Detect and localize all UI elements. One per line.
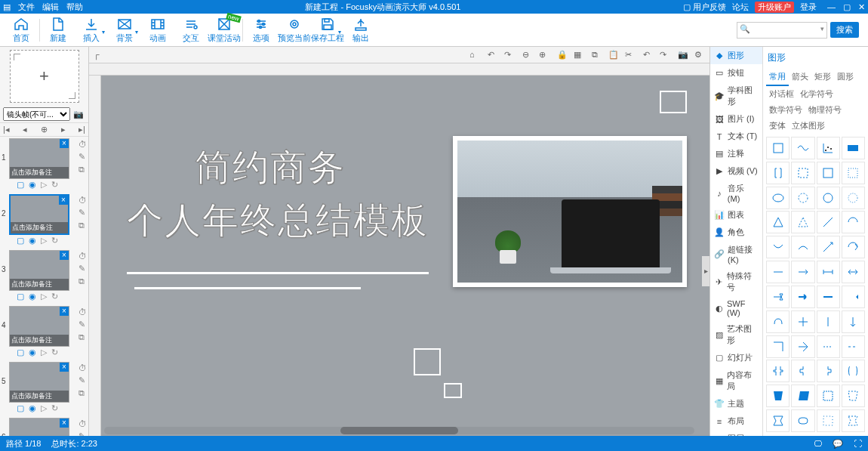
shape-cell[interactable] — [791, 310, 814, 333]
shape-tab[interactable]: 矩形 — [811, 69, 834, 86]
rotate-left-icon[interactable]: ↶ — [488, 50, 498, 60]
slide-anim-icon[interactable]: ◉ — [29, 403, 36, 413]
shape-cell[interactable] — [791, 261, 814, 283]
slide-thumbnail[interactable]: 2×点击添加备注▢◉▷↻⏱✎⧉ — [0, 193, 88, 249]
insert-item-symbol[interactable]: ✈特殊符号 — [710, 267, 762, 296]
login-link[interactable]: 登录 — [800, 2, 817, 13]
add-slide-button[interactable]: + — [10, 50, 79, 103]
slide-close-icon[interactable]: × — [60, 363, 69, 372]
slide-dup-icon[interactable]: ⧉ — [78, 388, 87, 398]
copy-icon[interactable]: ⧉ — [592, 50, 602, 60]
shape-cell[interactable] — [791, 409, 814, 432]
insert-item-slide[interactable]: ▢幻灯片 — [710, 349, 762, 366]
menu-edit[interactable]: 编辑 — [42, 2, 59, 13]
slide-anim-icon[interactable]: ◉ — [29, 348, 36, 357]
upgrade-button[interactable]: 升级账户 — [755, 2, 794, 13]
insert-item-video[interactable]: ▶视频 (V) — [710, 162, 762, 180]
status-display-icon[interactable]: 🖵 — [814, 439, 822, 448]
insert-item-text[interactable]: T文本 (T) — [710, 128, 762, 145]
shape-cell[interactable] — [766, 335, 790, 358]
slide-timer-icon[interactable]: ⏱ — [78, 252, 87, 261]
shape-cell[interactable] — [817, 211, 840, 233]
slide-play-icon[interactable]: ▢ — [17, 403, 24, 413]
status-comment-icon[interactable]: 💬 — [833, 439, 843, 449]
insert-item-artshape[interactable]: ▨艺术图形 — [710, 320, 762, 349]
shape-cell[interactable] — [842, 409, 865, 432]
undo-icon[interactable]: ↶ — [643, 50, 654, 60]
slide-play-icon[interactable]: ▢ — [17, 348, 24, 357]
shape-cell[interactable] — [791, 236, 814, 258]
shape-cell[interactable] — [842, 162, 865, 184]
slide-thumbnail[interactable]: 1×点击添加备注▢◉▷↻⏱✎⧉ — [0, 137, 88, 193]
slide-timer-icon[interactable]: ⏱ — [78, 196, 87, 205]
slide-more-icon[interactable]: ↻ — [51, 348, 58, 357]
forum-link[interactable]: 论坛 — [732, 2, 749, 13]
shape-cell[interactable] — [766, 211, 790, 233]
slide-thumbnail[interactable]: 6×▢◉▷↻⏱✎⧉ — [0, 416, 88, 436]
search-dropdown-icon[interactable]: ▾ — [820, 25, 824, 32]
redo-icon[interactable]: ↷ — [660, 50, 670, 60]
shape-cell[interactable] — [817, 385, 840, 407]
shape-cell[interactable] — [842, 137, 865, 159]
slide-close-icon[interactable]: × — [59, 196, 68, 205]
slide-dup-icon[interactable]: ⧉ — [78, 221, 87, 230]
slide-timer-icon[interactable]: ⏱ — [78, 419, 87, 428]
slide-more-icon[interactable]: ↻ — [51, 403, 58, 413]
insert-item-image[interactable]: 🖼图片 (I) — [710, 110, 762, 128]
slide-close-icon[interactable]: × — [60, 307, 69, 316]
shape-cell[interactable] — [842, 187, 865, 209]
canvas-title-1[interactable]: 简约商务 — [195, 144, 346, 192]
shape-cell[interactable] — [817, 137, 840, 159]
slide-timer-icon[interactable]: ⏱ — [78, 140, 87, 149]
close-icon[interactable]: ✕ — [858, 2, 865, 12]
shape-tab[interactable]: 箭头 — [789, 69, 811, 86]
shape-cell[interactable] — [817, 286, 840, 308]
slide-close-icon[interactable]: × — [60, 251, 69, 260]
toolbar-interact-button[interactable]: 交互 — [174, 14, 208, 46]
toolbar-bg-button[interactable]: 背景▾ — [108, 14, 141, 46]
minimize-icon[interactable]: — — [827, 2, 836, 12]
insert-item-swf[interactable]: ◐SWF (W) — [710, 296, 762, 320]
nav-last-icon[interactable]: ▸| — [78, 125, 85, 134]
slide-play-icon[interactable]: ▢ — [17, 292, 24, 301]
shape-cell[interactable] — [791, 137, 814, 159]
rotate-right-icon[interactable]: ↷ — [504, 50, 515, 60]
shape-tab[interactable]: 化学符号 — [797, 86, 836, 102]
shape-cell[interactable] — [842, 211, 865, 233]
shape-cell[interactable] — [817, 236, 840, 258]
shape-cell[interactable] — [817, 335, 840, 358]
horizontal-scrollbar[interactable] — [104, 427, 694, 434]
toolbar-new-button[interactable]: 新建 — [42, 14, 75, 46]
shape-cell[interactable] — [766, 162, 790, 184]
slide-anim-icon[interactable]: ◉ — [29, 180, 36, 190]
insert-item-theme[interactable]: 👕主题 — [710, 395, 762, 412]
slide-edit-icon[interactable]: ✎ — [78, 375, 87, 385]
snapshot-icon[interactable]: 📷 — [678, 50, 688, 60]
zoom-in-icon[interactable]: ⊕ — [539, 50, 549, 60]
search-input[interactable] — [737, 22, 827, 39]
shape-tab[interactable]: 物理符号 — [805, 102, 845, 118]
feedback-link[interactable]: ▢ 用户反馈 — [683, 2, 726, 13]
slide-play-icon[interactable]: ▢ — [17, 180, 24, 190]
grid-icon[interactable]: ▦ — [574, 50, 584, 60]
toolbar-preview-button[interactable]: 预览当前 — [278, 14, 311, 46]
shape-tab[interactable]: 常用 — [766, 69, 789, 86]
ruler-toggle-icon[interactable]: ┌ — [94, 50, 104, 60]
insert-item-layout[interactable]: ▦内容布局 — [710, 366, 762, 395]
canvas-image[interactable] — [453, 136, 687, 287]
shape-cell[interactable] — [817, 187, 840, 209]
toolbar-home-button[interactable]: 首页 — [5, 14, 38, 46]
insert-item-button[interactable]: ▭按钮 — [710, 64, 762, 82]
slide-note-icon[interactable]: ▷ — [41, 292, 47, 301]
slide-more-icon[interactable]: ↻ — [51, 180, 58, 190]
insert-item-chart[interactable]: 📊图表 — [710, 206, 762, 224]
nav-first-icon[interactable]: |◂ — [3, 125, 10, 134]
shape-cell[interactable] — [817, 310, 840, 333]
slide-note-icon[interactable]: ▷ — [41, 348, 47, 357]
insert-item-shape[interactable]: ◆图形 — [710, 47, 762, 64]
shape-cell[interactable] — [766, 187, 790, 209]
shape-cell[interactable] — [791, 286, 814, 308]
canvas[interactable]: 简约商务 个人年终总结模板 ▸ — [89, 76, 709, 436]
slide-more-icon[interactable]: ↻ — [51, 236, 58, 246]
nav-next-icon[interactable]: ▸ — [61, 125, 66, 134]
